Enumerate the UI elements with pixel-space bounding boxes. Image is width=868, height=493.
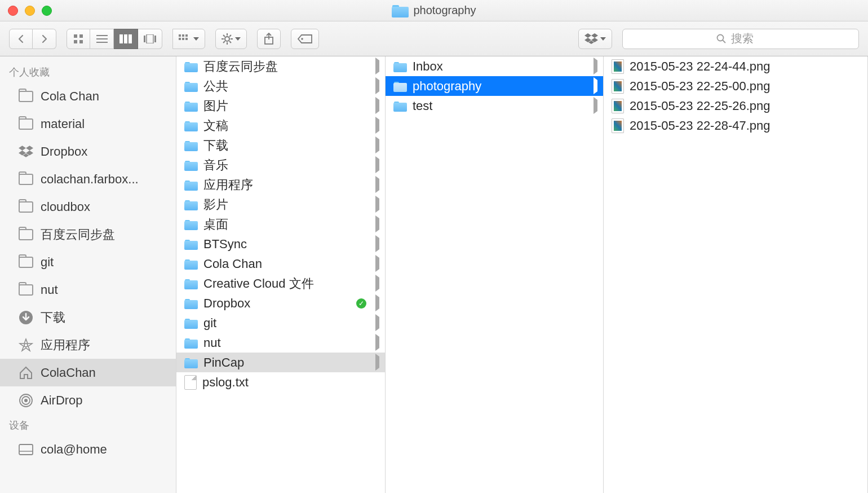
- file-row[interactable]: Inbox: [386, 56, 603, 76]
- file-row[interactable]: test: [386, 96, 603, 116]
- folder-icon: [184, 179, 198, 191]
- column-1: 百度云同步盘公共图片文稿下载音乐应用程序影片桌面BTSyncCola ChanC…: [176, 56, 386, 493]
- dropbox-button[interactable]: [578, 29, 612, 49]
- file-row[interactable]: Creative Cloud 文件: [176, 274, 385, 293]
- svg-point-31: [718, 34, 724, 41]
- file-row[interactable]: Cola Chan: [176, 254, 385, 274]
- file-row[interactable]: photography: [386, 76, 603, 96]
- folder-icon: [392, 4, 409, 17]
- window-title: photography: [0, 4, 868, 17]
- folder-icon: [184, 239, 198, 250]
- chevron-down-icon: [235, 37, 241, 41]
- svg-point-30: [301, 38, 303, 40]
- sidebar-item[interactable]: colachan.farbox...: [0, 165, 176, 193]
- folder-icon: [18, 256, 34, 269]
- sidebar-item[interactable]: git: [0, 248, 176, 276]
- file-row[interactable]: git: [176, 313, 385, 333]
- file-row[interactable]: 桌面: [176, 214, 385, 234]
- coverflow-view-button[interactable]: [138, 29, 162, 49]
- file-row[interactable]: PinCap: [176, 353, 385, 372]
- sidebar-item[interactable]: AirDrop: [0, 386, 176, 414]
- file-row[interactable]: 应用程序: [176, 175, 385, 195]
- sidebar-item[interactable]: cloudbox: [0, 193, 176, 221]
- file-row[interactable]: 文稿: [176, 116, 385, 135]
- arrange-button[interactable]: [172, 29, 205, 49]
- folder-icon: [18, 283, 34, 297]
- svg-point-19: [225, 37, 229, 41]
- sidebar-item[interactable]: Cola Chan: [0, 82, 176, 110]
- sidebar-item[interactable]: ColaChan: [0, 359, 176, 386]
- file-label: test: [413, 99, 432, 113]
- sidebar-item-label: Cola Chan: [41, 89, 99, 104]
- sidebar-item[interactable]: Dropbox: [0, 138, 176, 165]
- file-label: 2015-05-23 22-25-26.png: [630, 99, 770, 113]
- tag-icon: [297, 34, 313, 44]
- file-row[interactable]: Dropbox✓: [176, 293, 385, 313]
- column-3: 2015-05-23 22-24-44.png2015-05-23 22-25-…: [604, 56, 868, 493]
- minimize-window-button[interactable]: [25, 6, 35, 16]
- sidebar-item[interactable]: 百度云同步盘: [0, 221, 176, 248]
- chevron-right-icon: [375, 179, 379, 191]
- sidebar-item[interactable]: 应用程序: [0, 331, 176, 359]
- sidebar-item[interactable]: cola@home: [0, 435, 176, 463]
- close-window-button[interactable]: [8, 6, 18, 16]
- file-label: BTSync: [203, 237, 247, 252]
- list-icon: [96, 34, 108, 43]
- list-view-button[interactable]: [90, 29, 114, 49]
- folder-icon: [184, 120, 198, 131]
- chevron-right-icon: [594, 60, 597, 72]
- tags-button[interactable]: [291, 29, 319, 49]
- file-row[interactable]: pslog.txt: [176, 372, 385, 392]
- column-view-button[interactable]: [114, 29, 138, 49]
- file-label: Cola Chan: [203, 257, 262, 271]
- sidebar: 个人收藏Cola ChanmaterialDropboxcolachan.far…: [0, 56, 176, 493]
- sidebar-item-label: cola@home: [41, 442, 107, 457]
- svg-rect-5: [96, 38, 108, 39]
- file-row[interactable]: BTSync: [176, 234, 385, 254]
- share-button[interactable]: [257, 29, 281, 49]
- sidebar-item-label: Dropbox: [41, 144, 87, 159]
- folder-icon: [18, 90, 34, 103]
- chevron-down-icon: [600, 37, 606, 41]
- file-row[interactable]: nut: [176, 333, 385, 353]
- sidebar-item[interactable]: 下载: [0, 303, 176, 331]
- traffic-lights: [8, 6, 52, 16]
- svg-line-25: [229, 41, 231, 43]
- action-button[interactable]: [215, 29, 247, 49]
- file-row[interactable]: 2015-05-23 22-25-26.png: [604, 96, 867, 116]
- forward-button[interactable]: [33, 29, 56, 49]
- arrange-group: [172, 29, 205, 49]
- file-row[interactable]: 影片: [176, 195, 385, 214]
- chevron-right-icon: [375, 120, 379, 131]
- file-row[interactable]: 图片: [176, 96, 385, 116]
- sidebar-item-label: nut: [41, 283, 58, 297]
- sidebar-item[interactable]: nut: [0, 276, 176, 303]
- file-label: 图片: [203, 98, 228, 115]
- airdrop-icon: [18, 394, 34, 407]
- chevron-right-icon: [375, 317, 379, 329]
- sidebar-section-header: 设备: [0, 414, 176, 435]
- dropbox-icon: [18, 145, 34, 159]
- file-row[interactable]: 下载: [176, 135, 385, 155]
- folder-icon: [184, 219, 198, 230]
- svg-rect-10: [144, 36, 145, 42]
- file-row[interactable]: 公共: [176, 76, 385, 96]
- sidebar-item[interactable]: material: [0, 110, 176, 138]
- svg-rect-8: [124, 34, 127, 43]
- file-row[interactable]: 2015-05-23 22-24-44.png: [604, 56, 867, 76]
- file-row[interactable]: 2015-05-23 22-28-47.png: [604, 116, 867, 135]
- file-label: nut: [203, 336, 221, 350]
- zoom-window-button[interactable]: [42, 6, 52, 16]
- file-label: Inbox: [413, 59, 443, 74]
- search-input[interactable]: [731, 32, 765, 45]
- file-row[interactable]: 2015-05-23 22-25-00.png: [604, 76, 867, 96]
- svg-rect-7: [119, 34, 123, 43]
- arrange-icon: [179, 34, 191, 43]
- svg-line-24: [223, 35, 225, 37]
- icon-view-button[interactable]: [67, 29, 90, 49]
- search-field[interactable]: [622, 29, 859, 49]
- file-row[interactable]: 百度云同步盘: [176, 56, 385, 76]
- back-button[interactable]: [9, 29, 33, 49]
- file-row[interactable]: 音乐: [176, 155, 385, 175]
- file-label: photography: [413, 79, 481, 94]
